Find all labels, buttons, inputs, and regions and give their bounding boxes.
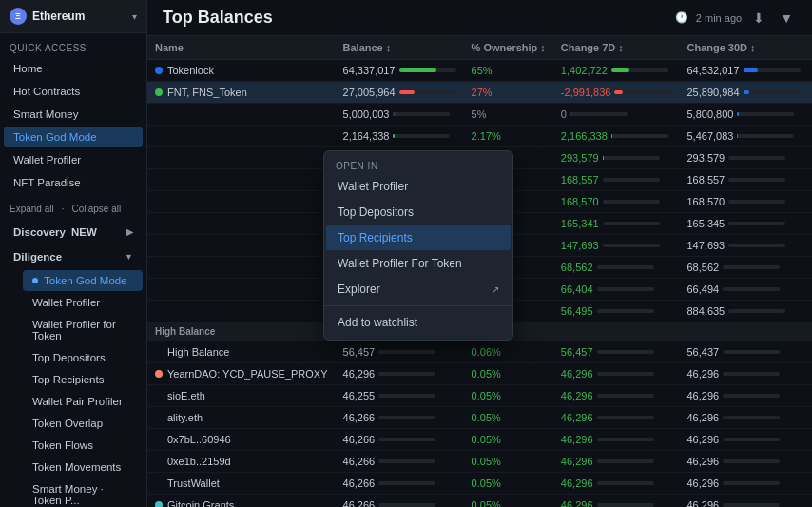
sidebar-item-smart-money[interactable]: Smart Money [4, 104, 143, 125]
context-menu-top-depositors[interactable]: Top Depositors [326, 200, 511, 224]
chain-chevron-icon: ▾ [132, 11, 137, 22]
expand-all-button[interactable]: Expand all [10, 204, 54, 214]
cell-change7d: 46,296 [553, 363, 680, 385]
col-change7d[interactable]: Change 7D ↕ [553, 36, 680, 60]
cell-ownership: 0.05% [464, 495, 553, 508]
table-row[interactable]: 0x7bL..60946 46,266 0.05% 46,296 46,296 [147, 429, 812, 451]
wallet-pair-profiler-label: Wallet Pair Profiler [32, 396, 123, 407]
discovery-badge: NEW [71, 226, 97, 238]
change30d-value: 168,570 [686, 196, 725, 207]
change30d-bar [723, 372, 780, 376]
col-received[interactable]: Received ↕ [808, 36, 812, 60]
cell-balance: 46,296 [336, 363, 464, 385]
cell-received [808, 363, 812, 385]
table-row[interactable]: ality.eth 46,266 0.05% 46,296 46,296 [147, 407, 812, 429]
download-button[interactable]: ⬇ [749, 9, 768, 28]
cell-ownership: 0.05% [464, 363, 553, 385]
table-row[interactable]: Tokenlock 64,337,017 65% 1,402,722 64,53… [147, 60, 812, 82]
sidebar-item-token-god-mode-sub[interactable]: Token God Mode [23, 270, 143, 291]
sidebar-item-home[interactable]: Home [4, 58, 143, 79]
balance-bar [378, 372, 435, 376]
table-row[interactable]: High Balance 56,457 0.06% 56,457 56,437 [147, 341, 812, 363]
balance-bar [393, 134, 450, 138]
balance-bar [399, 68, 456, 72]
cell-change30d: 56,437 [679, 341, 807, 363]
sidebar-item-smart-money-sub[interactable]: Smart Money · Token P... [23, 478, 143, 507]
cell-change30d: 168,557 [679, 169, 807, 191]
table-row[interactable]: TrustWallet 46,266 0.05% 46,296 46,296 [147, 473, 812, 495]
sidebar-item-wallet-profiler-sub[interactable]: Wallet Profiler [23, 292, 143, 313]
cell-change7d: 46,296 [553, 407, 680, 429]
table-row[interactable]: Gitcoin Grants 46,266 0.05% 46,296 46,29… [147, 495, 812, 508]
cell-change30d: 165,345 [679, 213, 807, 235]
col-change30d[interactable]: Change 30D ↕ [679, 36, 807, 60]
change30d-bar [728, 200, 785, 204]
sidebar-item-hot-contracts[interactable]: Hot Contracts [4, 81, 143, 102]
context-menu-add-watchlist[interactable]: Add to watchlist [326, 310, 511, 335]
cell-received [808, 495, 812, 508]
change30d-bar [744, 90, 801, 94]
context-menu-explorer[interactable]: Explorer ↗ [326, 277, 511, 302]
context-menu-top-recipients[interactable]: Top Recipients [326, 225, 511, 250]
cell-change30d: 46,296 [679, 385, 807, 407]
change30d-bar [723, 350, 780, 354]
collapse-all-button[interactable]: Collapse all [71, 204, 121, 214]
table-row[interactable]: 5,000,003 5% 0 5,800,800 [147, 104, 812, 126]
table-row[interactable]: 2,164,338 2.17% 2,166,338 5,467,083 [147, 126, 812, 147]
quick-access-label: Quick Access [0, 33, 146, 57]
sidebar-item-nft-paradise[interactable]: NFT Paradise [4, 172, 143, 193]
table-row[interactable]: FNT, FNS_Token 27,005,964 27% -2,991,836… [147, 82, 812, 104]
cell-ownership: 65% [464, 60, 553, 82]
cell-received [808, 407, 812, 429]
sidebar-group-discovery[interactable]: Discovery NEW ▶ [4, 221, 143, 244]
cell-change30d: 68,562 [679, 257, 807, 279]
cell-change7d: 46,296 [553, 495, 680, 508]
change7d-value: 1,402,722 [561, 65, 608, 76]
context-menu-wallet-profiler-token[interactable]: Wallet Profiler For Token [326, 251, 511, 276]
sidebar-group-diligence[interactable]: Diligence ▼ [4, 245, 143, 268]
change30d-value: 147,693 [686, 240, 725, 251]
col-ownership[interactable]: % Ownership ↕ [464, 36, 553, 60]
cell-ownership: 0.05% [464, 385, 553, 407]
sidebar-item-wallet-profiler-token[interactable]: Wallet Profiler for Token [23, 314, 143, 346]
sidebar-item-token-god-mode[interactable]: Token God Mode [4, 127, 143, 147]
cell-change30d: 46,296 [679, 495, 807, 508]
sidebar-item-top-recipients[interactable]: Top Recipients [23, 369, 143, 390]
sidebar-item-wallet-profiler[interactable]: Wallet Profiler [4, 149, 143, 170]
table-container: Name Balance ↕ % Ownership ↕ Change 7D ↕… [147, 36, 812, 507]
change30d-value: 64,532,017 [686, 65, 739, 76]
col-name[interactable]: Name [147, 36, 336, 60]
sidebar-item-top-depositors[interactable]: Top Depositors [23, 347, 143, 368]
cell-name: 0x7bL..60946 [147, 429, 336, 451]
cell-balance: 56,457 [336, 341, 464, 363]
sidebar-item-token-movements[interactable]: Token Movements [23, 457, 143, 478]
change7d-value: -2,991,836 [561, 87, 611, 98]
table-row[interactable]: sioE.eth 46,255 0.05% 46,296 46,296 [147, 385, 812, 407]
cell-change7d: 56,495 [553, 301, 680, 322]
context-menu-wallet-profiler[interactable]: Wallet Profiler [326, 174, 511, 199]
change30d-bar [728, 178, 785, 182]
col-balance[interactable]: Balance ↕ [336, 36, 464, 60]
active-dot-icon [32, 278, 38, 283]
change7d-bar [597, 372, 654, 376]
table-row[interactable]: 0xe1b..2159d 46,266 0.05% 46,296 46,296 [147, 451, 812, 473]
sidebar-item-home-label: Home [13, 63, 43, 74]
chain-selector[interactable]: Ξ Ethereum ▾ [0, 0, 146, 33]
change7d-value: 46,296 [561, 390, 593, 401]
table-row[interactable]: YearnDAO: YCD_PAUSE_PROXY 46,296 0.05% 4… [147, 363, 812, 385]
name-text: FNT, FNS_Token [167, 87, 247, 98]
cell-received: 7,390 [808, 82, 812, 104]
balance-bar [399, 90, 456, 94]
filter-button[interactable]: ▼ [776, 9, 797, 28]
change7d-bar [611, 68, 668, 72]
sidebar-item-token-overlap[interactable]: Token Overlap [23, 413, 143, 434]
sidebar-item-wallet-pair-profiler[interactable]: Wallet Pair Profiler [23, 391, 143, 412]
change7d-value: 46,296 [561, 499, 593, 507]
cell-name [147, 279, 336, 301]
balance-value: 46,266 [343, 478, 376, 489]
cell-balance: 46,266 [336, 495, 464, 508]
sidebar-item-token-flows[interactable]: Token Flows [23, 435, 143, 456]
cell-change7d: 66,404 [553, 279, 680, 301]
change30d-bar [737, 134, 794, 138]
cell-change7d: 1,402,722 [553, 60, 680, 82]
